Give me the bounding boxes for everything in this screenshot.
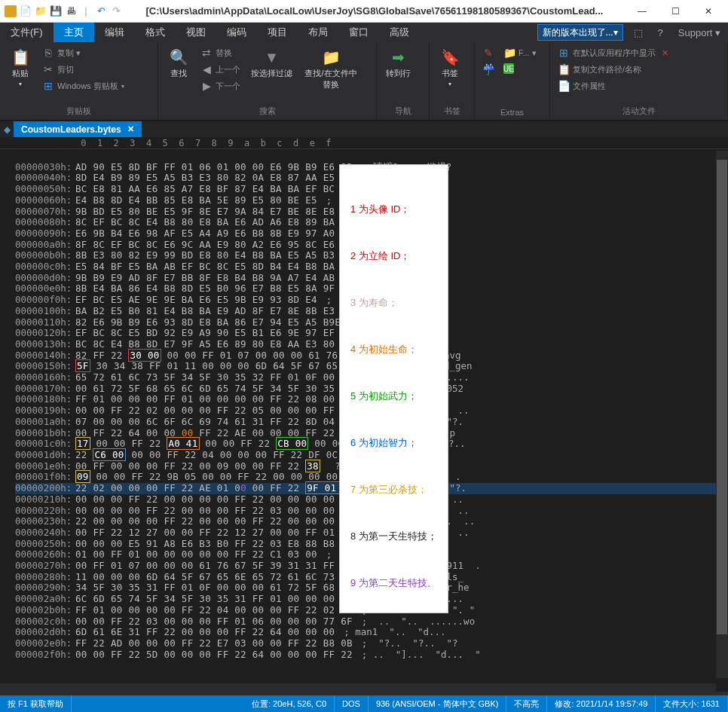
menubar: 文件(F) 主页 编辑 格式 视图 编码 项目 布局 窗口 高级 新的版本出现了… <box>0 23 728 42</box>
status-help: 按 F1 获取帮助 <box>0 695 72 712</box>
sep: | <box>80 5 92 17</box>
copy-icon: ⎘ <box>42 47 54 59</box>
menu-format[interactable]: 格式 <box>135 23 176 42</box>
menu-help-icon[interactable]: ? <box>650 23 671 42</box>
titlebar: 📄 📁 💾 🖶 | ↶ ↷ [C:\Users\admin\AppData\Lo… <box>0 0 728 23</box>
menu-support[interactable]: Support ▾ <box>671 23 728 42</box>
file-tab[interactable]: CoustomLeaders.bytes ✕ <box>14 121 142 137</box>
save-icon[interactable]: 💾 <box>50 5 62 17</box>
status-pos: 位置: 20eH, 526, C0 <box>244 695 335 712</box>
scrollbar-thumb[interactable] <box>717 160 727 634</box>
dropdown-icon: ▾ <box>19 81 22 87</box>
next-button[interactable]: ▶下一个 <box>197 78 243 93</box>
minimize-button[interactable]: — <box>626 1 659 22</box>
window-icon: ⊞ <box>558 47 570 59</box>
folder-icon: 📁 <box>503 47 515 59</box>
ue-icon: UE <box>503 63 514 74</box>
paste-icon: 📋 <box>11 48 29 66</box>
tab-label: CoustomLeaders.bytes <box>21 124 121 135</box>
open-default[interactable]: ⊞在默认应用程序中显示✕ <box>555 45 671 60</box>
file-props[interactable]: 📄文件属性 <box>555 78 671 93</box>
filter-icon: ▼ <box>263 48 281 66</box>
redo-icon[interactable]: ↷ <box>110 5 122 17</box>
copy-path[interactable]: 📋复制文件路径/名称 <box>555 62 671 77</box>
copy-button[interactable]: ⎘复制 ▾ <box>39 45 127 60</box>
legend-8: 8 为第一天生特技； <box>350 529 437 544</box>
menu-edit[interactable]: 编辑 <box>94 23 135 42</box>
legend-7: 7 为第三必杀技； <box>350 482 437 497</box>
app-icon <box>5 5 17 17</box>
maximize-button[interactable]: ☐ <box>659 1 692 22</box>
update-notice[interactable]: 新的版本出现了...▾ <box>537 24 623 41</box>
find-icon: 🔍 <box>170 48 188 66</box>
scrollbar-vertical[interactable] <box>716 151 728 678</box>
scrollbar-horizontal[interactable] <box>0 683 716 695</box>
status-mod: 修改: 2021/1/14 19:57:49 <box>547 695 656 712</box>
winclip-button[interactable]: ⊞Windows 剪贴板▾ <box>39 78 127 93</box>
filter-button[interactable]: ▼按选择过滤 <box>246 45 297 82</box>
cut-button[interactable]: ✂剪切 <box>39 62 127 77</box>
legend-5: 5 为初始武力； <box>350 389 437 404</box>
group-search: 搜索 <box>158 104 376 120</box>
extras-2[interactable]: ☔ <box>479 62 497 77</box>
menu-window[interactable]: 窗口 <box>338 23 379 42</box>
hex-editor[interactable]: 00000030h:AD 90 E5 8D BF FF 01 06 01 00 … <box>0 149 728 692</box>
new-icon[interactable]: 📄 <box>20 5 32 17</box>
extras-3[interactable]: UE <box>500 62 540 75</box>
group-activefile: 活动文件 <box>550 104 727 120</box>
print-icon[interactable]: 🖶 <box>65 5 77 17</box>
bookmark-button[interactable]: 🔖书签▾ <box>434 45 466 90</box>
extras-f[interactable]: 📁F... ▾ <box>500 45 540 60</box>
replace-button[interactable]: ⇄替换 <box>197 45 243 60</box>
prev-button[interactable]: ◀上一个 <box>197 62 243 77</box>
legend-overlay: 1 为头像 ID； 2 为立绘 ID； 3 为寿命； 4 为初始生命； 5 为初… <box>339 164 448 613</box>
menu-project[interactable]: 项目 <box>257 23 298 42</box>
window-title: [C:\Users\admin\AppData\LocalLow\UserJoy… <box>124 5 626 17</box>
cut-icon: ✂ <box>42 63 54 75</box>
next-icon: ▶ <box>200 80 213 92</box>
menu-view[interactable]: 视图 <box>176 23 216 42</box>
replace-icon: ⇄ <box>200 47 213 59</box>
legend-6: 6 为初始智力； <box>350 435 437 451</box>
tabbar: ◆ CoustomLeaders.bytes ✕ <box>0 121 728 137</box>
status-hl: 不高亮 <box>506 695 547 712</box>
paste-button[interactable]: 📋 粘贴 ▾ <box>5 45 36 90</box>
props-icon: 📄 <box>558 80 570 92</box>
undo-icon[interactable]: ↶ <box>95 5 107 17</box>
hex-ruler: 0 1 2 3 4 5 6 7 8 9 a b c d e f <box>0 137 728 149</box>
legend-4: 4 为初始生命； <box>350 342 437 357</box>
extras-1[interactable]: ✎ <box>479 45 497 60</box>
statusbar: 按 F1 获取帮助 位置: 20eH, 526, C0 DOS 936 (ANS… <box>0 695 728 712</box>
findinfiles-button[interactable]: 📁查找/在文件中替换 <box>300 45 362 93</box>
open-icon[interactable]: 📁 <box>35 5 47 17</box>
group-bookmarks: 书签 <box>430 104 474 120</box>
goto-button[interactable]: ➡转到行 <box>381 45 415 82</box>
menu-layout[interactable]: 布局 <box>298 23 338 42</box>
legend-2: 2 为立绘 ID； <box>350 249 437 264</box>
group-nav: 导航 <box>377 104 429 120</box>
bookmark-icon: 🔖 <box>441 48 459 66</box>
status-cp: 936 (ANSI/OEM - 简体中文 GBK) <box>369 695 507 712</box>
menu-encoding[interactable]: 编码 <box>216 23 257 42</box>
menu-file[interactable]: 文件(F) <box>0 23 54 42</box>
folder-search-icon: 📁 <box>322 48 340 66</box>
menu-home[interactable]: 主页 <box>54 23 94 42</box>
legend-9: 9 为第二天生特技。 <box>350 576 437 591</box>
paste-label: 粘贴 <box>12 68 29 79</box>
menu-advanced[interactable]: 高级 <box>379 23 420 42</box>
ribbon: 📋 粘贴 ▾ ⎘复制 ▾ ✂剪切 ⊞Windows 剪贴板▾ 剪贴板 🔍查找 ⇄… <box>0 42 728 121</box>
x-icon[interactable]: ✕ <box>662 48 668 58</box>
prev-icon: ◀ <box>200 63 213 75</box>
find-button[interactable]: 🔍查找 <box>163 45 194 82</box>
menu-icon-1[interactable]: ⬚ <box>626 23 650 42</box>
legend-1: 1 为头像 ID； <box>350 202 437 217</box>
status-size: 文件大小: 1631 <box>656 695 728 712</box>
rain-icon: ☔ <box>482 63 494 75</box>
status-dos: DOS <box>335 695 369 712</box>
windows-icon: ⊞ <box>42 80 54 92</box>
tab-nav-icon[interactable]: ◆ <box>0 121 14 137</box>
tab-close-icon[interactable]: ✕ <box>127 124 134 134</box>
close-button[interactable]: ✕ <box>692 1 725 22</box>
goto-icon: ➡ <box>390 48 408 66</box>
group-extras: Extras <box>475 106 549 120</box>
